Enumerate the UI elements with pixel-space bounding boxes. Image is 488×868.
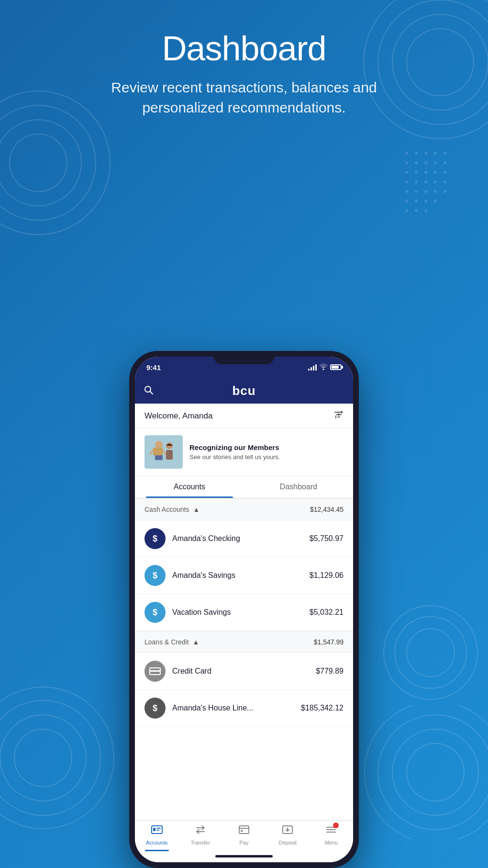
svg-point-23 [405,180,408,183]
loans-total: $1,547.99 [314,638,344,646]
savings-icon: $ [144,565,166,586]
accounts-nav-icon [151,824,163,838]
welcome-greeting: Welcome, Amanda [144,411,212,421]
svg-point-36 [434,200,437,203]
cash-accounts-label: Cash Accounts [144,506,189,513]
svg-rect-74 [241,830,243,832]
page-title: Dashboard [0,29,488,68]
account-row-vacation-savings[interactable]: $ Vacation Savings $5,032.21 [135,594,353,631]
cash-accounts-total: $12,434.45 [310,506,344,513]
signal-bar-1 [308,369,310,371]
svg-point-47 [365,705,488,839]
credit-card-name: Credit Card [172,667,309,676]
svg-point-31 [434,190,437,193]
svg-point-8 [405,152,408,155]
tab-dashboard[interactable]: Dashboard [244,476,353,498]
nav-transfer[interactable]: Transfer [178,824,222,845]
signal-icon [308,364,317,371]
svg-point-25 [424,180,427,183]
transfer-nav-icon [195,824,206,838]
battery-fill [332,366,339,369]
svg-point-38 [415,209,418,212]
status-icons [308,363,342,372]
svg-point-0 [10,134,67,192]
svg-point-49 [395,617,466,688]
svg-point-61 [155,441,163,449]
svg-point-41 [0,715,86,801]
loans-chevron: ▲ [193,638,200,646]
arc-bottom-left-decoration [0,686,115,830]
svg-point-48 [407,629,455,676]
credit-card-icon [144,661,166,682]
house-line-name: Amanda's House Line... [172,704,294,712]
svg-rect-63 [153,448,163,455]
credit-card-balance: $779.89 [316,667,344,676]
battery-icon [330,364,342,370]
status-time: 9:41 [146,363,161,372]
svg-rect-70 [156,828,161,829]
svg-point-44 [407,744,464,801]
account-row-checking[interactable]: $ Amanda's Checking $5,750.97 [135,520,353,557]
svg-point-9 [415,152,418,155]
svg-point-34 [415,200,418,203]
svg-point-35 [424,200,427,203]
cash-accounts-header[interactable]: Cash Accounts ▲ $12,434.45 [135,498,353,520]
promo-image-svg [144,435,183,469]
page-subtitle: Review recent transactions, balances and… [96,78,392,118]
svg-rect-69 [153,828,155,831]
svg-point-37 [405,209,408,212]
phone-mockup: 9:41 [129,351,359,868]
cash-accounts-chevron: ▲ [193,506,200,513]
svg-point-1 [0,120,81,206]
nav-menu[interactable]: Menu [310,824,353,845]
signal-bar-4 [315,364,317,371]
transfer-nav-label: Transfer [191,840,211,845]
tabs-container: Accounts Dashboard [135,476,353,498]
nav-deposit[interactable]: Deposit [266,824,310,845]
deposit-nav-label: Deposit [279,840,297,845]
phone-outer: 9:41 [129,351,359,868]
savings-balance: $1,129.06 [310,571,344,580]
search-button[interactable] [144,385,153,397]
loans-credit-header[interactable]: Loans & Credit ▲ $1,547.99 [135,631,353,653]
svg-point-32 [444,190,446,193]
promo-title: Recognizing our Members [189,443,280,451]
app-logo: bcu [232,383,255,398]
nav-accounts[interactable]: Accounts [135,824,178,845]
svg-point-17 [444,161,446,164]
deposit-nav-icon [282,824,293,838]
svg-point-50 [384,606,477,699]
svg-point-12 [444,152,446,155]
bottom-nav: Accounts Transfer [135,820,353,851]
svg-point-11 [434,152,437,155]
svg-point-40 [14,729,72,787]
arc-bottom-right-decoration [364,705,488,839]
svg-point-10 [424,152,427,155]
vacation-savings-icon: $ [144,602,166,623]
promo-image [144,435,183,469]
home-indicator [135,851,353,862]
header-area: Dashboard Review recent transactions, ba… [0,29,488,118]
promo-banner[interactable]: Recognizing our Members See our stories … [135,428,353,476]
svg-rect-71 [156,830,159,831]
svg-point-42 [0,700,100,815]
phone-notch [213,351,275,364]
tab-accounts[interactable]: Accounts [135,476,244,498]
account-row-house-line[interactable]: $ Amanda's House Line... $185,342.12 [135,690,353,727]
svg-point-30 [424,190,427,193]
home-bar [215,855,273,857]
signal-bar-2 [311,367,312,371]
pay-nav-icon [238,824,250,838]
promo-text: Recognizing our Members See our stories … [189,443,280,461]
dots-decoration [402,148,478,225]
filter-icon[interactable] [334,410,344,421]
svg-point-26 [434,180,437,183]
svg-point-46 [378,715,488,830]
nav-pay[interactable]: Pay [222,824,266,845]
svg-point-13 [405,161,408,164]
account-row-credit-card[interactable]: Credit Card $779.89 [135,653,353,690]
app-content[interactable]: Welcome, Amanda [135,404,353,820]
account-row-savings[interactable]: $ Amanda's Savings $1,129.06 [135,557,353,594]
savings-name: Amanda's Savings [172,571,303,580]
svg-point-43 [0,687,114,829]
